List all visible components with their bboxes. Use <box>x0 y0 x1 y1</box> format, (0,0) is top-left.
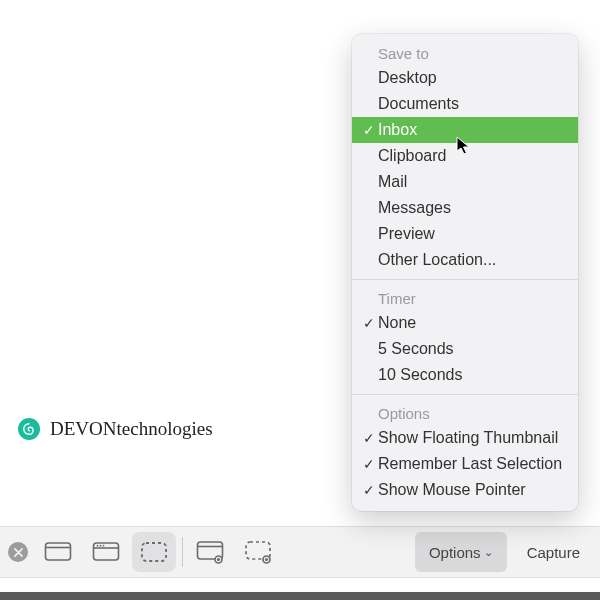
options-dropdown-button[interactable]: Options ⌄ <box>415 532 507 572</box>
menu-group-options: Options <box>352 399 578 425</box>
menu-item-label: Other Location... <box>378 251 496 269</box>
svg-point-6 <box>103 545 105 547</box>
chevron-down-icon: ⌄ <box>484 546 493 559</box>
check-icon: ✓ <box>360 483 378 497</box>
check-icon: ✓ <box>360 431 378 445</box>
menu-item-messages[interactable]: Messages <box>352 195 578 221</box>
menu-item-label: Messages <box>378 199 451 217</box>
menu-item-label: Remember Last Selection <box>378 455 562 473</box>
svg-rect-0 <box>46 543 71 560</box>
record-selection-button[interactable] <box>237 532 281 572</box>
menu-item-label: Mail <box>378 173 407 191</box>
menu-item-show-mouse-pointer[interactable]: ✓Show Mouse Pointer <box>352 477 578 503</box>
menu-item-floating-thumbnail[interactable]: ✓Show Floating Thumbnail <box>352 425 578 451</box>
capture-selection-button[interactable] <box>132 532 176 572</box>
svg-point-11 <box>217 558 220 561</box>
record-screen-button[interactable] <box>189 532 233 572</box>
close-toolbar-button[interactable] <box>8 542 28 562</box>
menu-item-remember-selection[interactable]: ✓Remember Last Selection <box>352 451 578 477</box>
svg-point-14 <box>265 558 268 561</box>
options-menu: Save to Desktop Documents ✓Inbox Clipboa… <box>352 34 578 511</box>
capture-button[interactable]: Capture <box>513 532 594 572</box>
menu-item-label: Desktop <box>378 69 437 87</box>
menu-item-preview[interactable]: Preview <box>352 221 578 247</box>
menu-separator <box>352 394 578 395</box>
menu-item-label: Inbox <box>378 121 417 139</box>
menu-item-label: Documents <box>378 95 459 113</box>
menu-item-timer-none[interactable]: ✓None <box>352 310 578 336</box>
menu-item-timer-5s[interactable]: 5 Seconds <box>352 336 578 362</box>
brand-block: DEVONtechnologies <box>18 418 213 440</box>
svg-rect-7 <box>142 543 166 561</box>
brand-name: DEVONtechnologies <box>50 418 213 440</box>
menu-item-label: Preview <box>378 225 435 243</box>
menu-item-other-location[interactable]: Other Location... <box>352 247 578 273</box>
svg-point-4 <box>97 545 99 547</box>
menu-item-label: 5 Seconds <box>378 340 454 358</box>
menu-item-documents[interactable]: Documents <box>352 91 578 117</box>
svg-point-5 <box>100 545 102 547</box>
menu-item-label: Show Mouse Pointer <box>378 481 526 499</box>
capture-entire-screen-button[interactable] <box>36 532 80 572</box>
toolbar-separator <box>182 537 183 567</box>
menu-item-timer-10s[interactable]: 10 Seconds <box>352 362 578 388</box>
options-button-label: Options <box>429 544 481 561</box>
menu-group-timer: Timer <box>352 284 578 310</box>
menu-item-clipboard[interactable]: Clipboard <box>352 143 578 169</box>
footer-strip <box>0 592 600 600</box>
check-icon: ✓ <box>360 123 378 137</box>
screenshot-toolbar: Options ⌄ Capture <box>0 526 600 578</box>
check-icon: ✓ <box>360 316 378 330</box>
menu-item-desktop[interactable]: Desktop <box>352 65 578 91</box>
capture-window-button[interactable] <box>84 532 128 572</box>
menu-item-inbox[interactable]: ✓Inbox <box>352 117 578 143</box>
menu-item-mail[interactable]: Mail <box>352 169 578 195</box>
menu-separator <box>352 279 578 280</box>
check-icon: ✓ <box>360 457 378 471</box>
capture-button-label: Capture <box>527 544 580 561</box>
menu-item-label: None <box>378 314 416 332</box>
menu-group-save-to: Save to <box>352 39 578 65</box>
brand-swirl-icon <box>18 418 40 440</box>
menu-item-label: Show Floating Thumbnail <box>378 429 558 447</box>
menu-item-label: Clipboard <box>378 147 446 165</box>
menu-item-label: 10 Seconds <box>378 366 463 384</box>
